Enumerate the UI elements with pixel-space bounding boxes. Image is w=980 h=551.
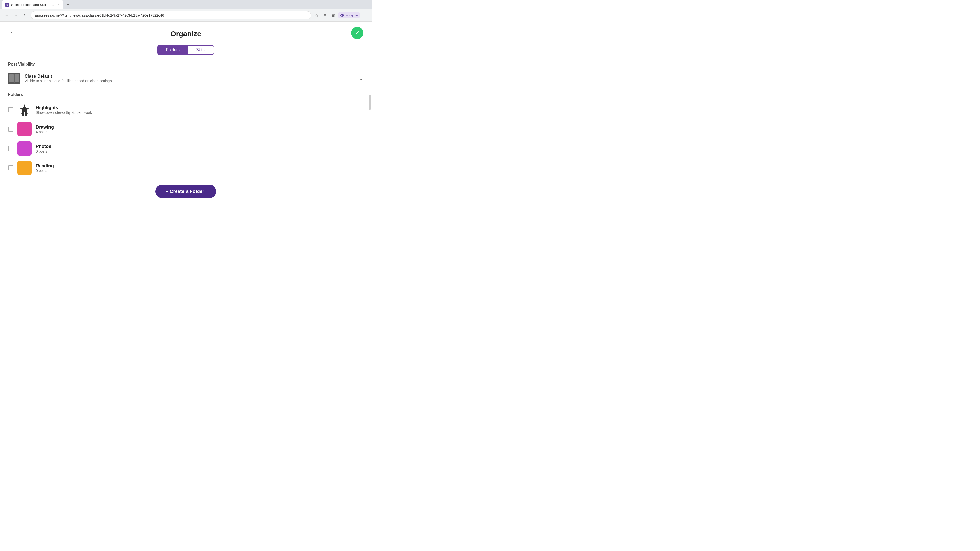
confirm-icon: ✓ [355,30,360,36]
reading-info: Reading 0 posts [36,163,54,173]
reading-icon [18,161,32,175]
visibility-row[interactable]: Class Default Visible to students and fa… [8,70,363,87]
incognito-badge[interactable]: Incognito [338,12,360,18]
star-award-icon [18,103,31,116]
svg-rect-5 [25,112,27,116]
tab-skills[interactable]: Skills [188,46,213,54]
list-item: Reading 0 posts [8,158,363,178]
create-folder-button[interactable]: + Create a Folder! [156,185,216,198]
incognito-label: Incognito [345,14,358,17]
post-visibility-label: Post Visibility [8,62,363,67]
list-item: Highlights Showcase noteworthy student w… [8,100,363,119]
photos-description: 0 posts [36,149,51,153]
visibility-text: Class Default Visible to students and fa… [24,74,111,83]
active-tab[interactable]: S Select Folders and Skills - Sees... × [2,0,63,9]
list-item: Drawing 4 posts [8,119,363,139]
extensions-button[interactable]: ⊞ [321,12,328,19]
tab-switcher: Folders Skills [8,45,363,55]
browser-chrome: S Select Folders and Skills - Sees... × … [0,0,372,22]
menu-button[interactable]: ⋮ [361,12,369,19]
page-content: ← Organize ✓ Folders Skills Post Visibil… [0,22,372,204]
tab-switcher-inner: Folders Skills [158,45,215,55]
svg-marker-3 [19,104,29,114]
svg-rect-4 [22,112,24,116]
svg-rect-1 [15,75,19,82]
tab-favicon: S [5,3,9,6]
tab-bar: S Select Folders and Skills - Sees... × … [0,0,372,9]
bookmark-button[interactable]: ☆ [313,12,320,19]
incognito-icon [340,13,344,17]
page-title: Organize [8,28,363,38]
back-button[interactable]: ← [8,28,18,37]
tab-folders[interactable]: Folders [158,46,188,54]
drawing-info: Drawing 4 posts [36,124,54,134]
new-tab-button[interactable]: + [64,1,72,8]
confirm-button[interactable]: ✓ [351,27,363,39]
scrollbar-track[interactable] [369,95,371,110]
tab-close-button[interactable]: × [56,3,60,6]
highlights-icon [18,103,32,117]
reload-button[interactable]: ↻ [21,12,29,19]
drawing-icon [18,122,32,136]
class-default-icon [8,73,21,84]
photos-checkbox[interactable] [8,146,13,151]
photos-info: Photos 0 posts [36,144,51,153]
highlights-name: Highlights [36,105,92,110]
reading-name: Reading [36,163,54,168]
photos-icon [18,141,32,156]
url-input[interactable] [30,11,311,19]
svg-rect-0 [9,75,14,82]
forward-nav-button[interactable]: → [12,12,19,19]
reading-checkbox[interactable] [8,165,13,170]
folders-label: Folders [8,92,363,97]
highlights-info: Highlights Showcase noteworthy student w… [36,105,92,114]
reading-description: 0 posts [36,168,54,173]
visibility-chevron[interactable]: ⌄ [359,75,363,82]
drawing-description: 4 posts [36,130,54,134]
book-icon [9,74,19,83]
back-nav-button[interactable]: ← [3,12,10,19]
layout-button[interactable]: ▣ [329,12,337,19]
toolbar-icons: ☆ ⊞ ▣ Incognito ⋮ [313,12,369,19]
folders-section: Folders Highlights Showcase noteworthy s… [8,92,363,178]
svg-rect-2 [14,74,15,83]
highlights-description: Showcase noteworthy student work [36,110,92,114]
list-item: Photos 0 posts [8,139,363,158]
visibility-description: Visible to students and families based o… [24,79,111,83]
tab-title: Select Folders and Skills - Sees... [11,3,54,6]
drawing-name: Drawing [36,124,54,130]
visibility-title: Class Default [24,74,111,79]
highlights-checkbox[interactable] [8,107,13,112]
drawing-checkbox[interactable] [8,127,13,132]
photos-name: Photos [36,144,51,149]
address-bar: ← → ↻ ☆ ⊞ ▣ Incognito ⋮ [0,9,372,21]
